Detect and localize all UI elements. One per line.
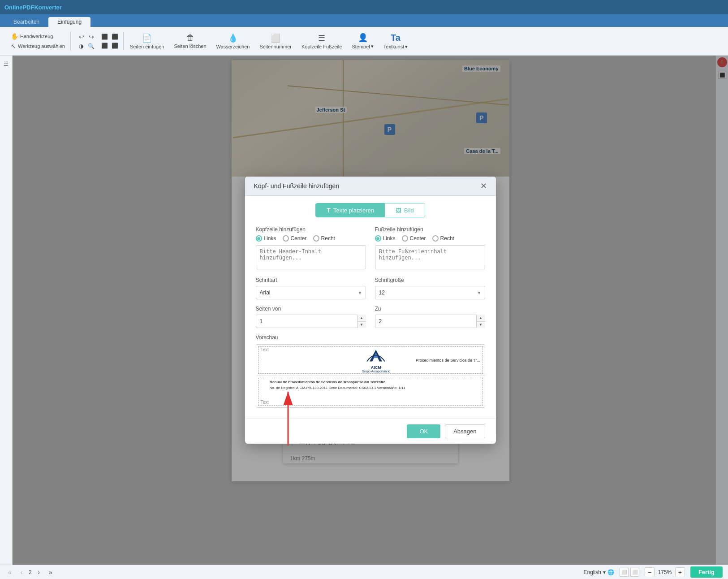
- main-content: 📌 Blue Economy Casa de la T... Jefferson…: [13, 56, 728, 565]
- header-radio-recht[interactable]: Recht: [313, 235, 335, 242]
- sidebar-toggle-btn[interactable]: ☰: [1, 59, 11, 69]
- pages-to-down-btn[interactable]: ▼: [477, 322, 485, 328]
- undo-btn[interactable]: ↩: [77, 32, 86, 41]
- footer-radio-center[interactable]: Center: [402, 235, 426, 242]
- pages-to-input[interactable]: [375, 315, 485, 328]
- preview-right-text: Procedimientos de Servicios de Tr...: [416, 358, 480, 363]
- zoom-in-btn[interactable]: +: [675, 567, 685, 577]
- select-tool[interactable]: ↖ Werkzeug auswählen: [9, 42, 67, 51]
- modal-title: Kopf- und Fußzeile hinzufügen: [254, 182, 340, 190]
- preview-area: Text AICM Grupo Aeroportuari: [256, 344, 485, 408]
- tab-einfuegung[interactable]: Einfügung: [48, 17, 90, 27]
- preview-footer-bottom-text: Text: [261, 400, 269, 405]
- view-single-btn[interactable]: ⬜: [620, 568, 629, 577]
- page-last-btn[interactable]: »: [46, 568, 55, 577]
- brightness-btn[interactable]: ◑: [77, 42, 85, 50]
- toolbar-group-history: ↩ ↪ ◑ 🔍 ⬛ ⬛ ⬛ ⬛: [73, 32, 124, 50]
- modal-close-btn[interactable]: ✕: [480, 182, 487, 190]
- app-logo: OnlinePDFKonverter: [4, 4, 62, 11]
- page-prev-btn[interactable]: ‹: [17, 568, 26, 577]
- language-selector[interactable]: English ▾ 🌐: [584, 569, 614, 575]
- redo-btn[interactable]: ↪: [87, 32, 96, 41]
- footer-radio-links[interactable]: Links: [375, 235, 396, 242]
- header-footer-btn[interactable]: ☰ Kopfzeile Fußzeile: [298, 31, 346, 51]
- lang-chevron-icon: ▾: [603, 569, 606, 575]
- preview-section: Vorschau Text: [256, 334, 485, 408]
- preview-footer-text1: Manual de Procedimientos de Servicios de…: [270, 380, 480, 385]
- tab-bearbeiten[interactable]: Bearbeiten: [4, 17, 48, 27]
- font-select-wrapper: Arial ▼: [256, 286, 366, 299]
- modal-tab-image[interactable]: 🖼 Bild: [385, 203, 425, 217]
- delete-pages-btn[interactable]: 🗑 Seiten löschen: [170, 31, 210, 51]
- modal-overlay: Kopf- und Fußzeile hinzufügen ✕ T Texte …: [13, 56, 728, 565]
- preview-footer-content: Manual de Procedimientos de Servicios de…: [270, 380, 480, 391]
- footer-radio-recht[interactable]: Recht: [432, 235, 454, 242]
- header-radio-center[interactable]: Center: [283, 235, 307, 242]
- toolbar-group-tools: ✋ Handwerkzeug ↖ Werkzeug auswählen: [5, 32, 71, 51]
- image-icon: 🖼: [396, 207, 401, 214]
- page-number-btn[interactable]: ⬜ Seitennummer: [256, 31, 295, 51]
- footer-center-radio-circle: [402, 235, 408, 242]
- header-links-radio-circle: [256, 235, 262, 242]
- pages-to-up-btn[interactable]: ▲: [477, 315, 485, 322]
- preview-footer: Manual de Procedimientos de Servicios de…: [256, 376, 485, 407]
- hand-tool[interactable]: ✋ Handwerkzeug: [9, 32, 67, 41]
- fertig-button[interactable]: Fertig: [690, 566, 723, 578]
- stamp-btn[interactable]: 👤 Stempel ▾: [348, 31, 377, 51]
- pages-to-wrapper: ▲ ▼: [375, 315, 485, 328]
- page-current: 2: [29, 569, 32, 575]
- pages-from-up-btn[interactable]: ▲: [358, 315, 366, 322]
- header-footer-row: Kopfzeile hinzufügen Links Center: [256, 226, 485, 271]
- toolbar: ✋ Handwerkzeug ↖ Werkzeug auswählen ↩ ↪ …: [0, 27, 728, 56]
- modal-header: Kopf- und Fußzeile hinzufügen ✕: [245, 177, 496, 196]
- pages-from-down-btn[interactable]: ▼: [358, 322, 366, 328]
- modal-dialog: Kopf- und Fußzeile hinzufügen ✕ T Texte …: [245, 177, 496, 444]
- pages-from-label: Seiten von: [256, 306, 366, 312]
- cancel-button[interactable]: Absagen: [445, 424, 485, 438]
- left-sidebar: ☰: [0, 56, 13, 565]
- ok-button[interactable]: OK: [407, 424, 440, 438]
- header-text-input[interactable]: [256, 245, 366, 269]
- view-double-btn[interactable]: ⬜: [630, 568, 639, 577]
- insert-pages-btn[interactable]: 📄 Seiten einfügen: [126, 31, 168, 51]
- font-select[interactable]: Arial: [256, 286, 366, 299]
- zoom-value: 175%: [656, 569, 673, 575]
- footer-recht-radio-circle: [432, 235, 439, 242]
- pages-to-col: Zu ▲ ▼: [375, 306, 485, 328]
- title-bar: OnlinePDFKonverter: [0, 0, 728, 14]
- search-btn[interactable]: 🔍: [86, 42, 96, 50]
- font-size-select-wrapper: 12 ▼: [375, 286, 485, 299]
- footer-section-label: Fußzeile hinzufügen: [375, 226, 485, 233]
- font-size-select[interactable]: 12: [375, 286, 485, 299]
- footer-links-radio-circle: [375, 235, 381, 242]
- header-radio-links[interactable]: Links: [256, 235, 276, 242]
- font-size-label: Schriftgröße: [375, 277, 485, 283]
- pages-row: Seiten von ▲ ▼ Zu: [256, 306, 485, 328]
- text-art-btn[interactable]: Ta Textkunst ▾: [380, 31, 411, 52]
- page-first-btn[interactable]: «: [5, 568, 14, 577]
- zoom-out-btn[interactable]: −: [645, 567, 655, 577]
- header-section: Kopfzeile hinzufügen Links Center: [256, 226, 366, 271]
- view2-btn[interactable]: ⬛: [110, 33, 120, 41]
- pages-from-input[interactable]: [256, 315, 366, 328]
- pages-to-arrows: ▲ ▼: [476, 315, 485, 328]
- page-next-btn[interactable]: ›: [34, 568, 43, 577]
- language-label: English: [584, 569, 601, 575]
- preview-label: Vorschau: [256, 334, 485, 341]
- pages-to-label: Zu: [375, 306, 485, 312]
- watermark-btn[interactable]: 💧 Wasserzeichen: [213, 31, 254, 51]
- header-recht-radio-circle: [313, 235, 319, 242]
- font-size-col: Schriftgröße 12 ▼: [375, 277, 485, 299]
- preview-header: Text AICM Grupo Aeroportuari: [256, 345, 485, 376]
- preview-logo-sub: Grupo Aeroportuario: [362, 369, 390, 372]
- view3-btn[interactable]: ⬛: [100, 42, 109, 50]
- modal-footer: OK Absagen: [245, 419, 496, 444]
- view1-btn[interactable]: ⬛: [100, 33, 109, 41]
- modal-tab-text[interactable]: T Texte platzieren: [316, 203, 385, 217]
- header-radio-group: Links Center Recht: [256, 235, 366, 242]
- footer-text-input[interactable]: [375, 245, 485, 269]
- view4-btn[interactable]: ⬛: [110, 42, 120, 50]
- page-nav: « ‹ 2 › »: [5, 568, 55, 577]
- header-center-radio-circle: [283, 235, 289, 242]
- pages-from-col: Seiten von ▲ ▼: [256, 306, 366, 328]
